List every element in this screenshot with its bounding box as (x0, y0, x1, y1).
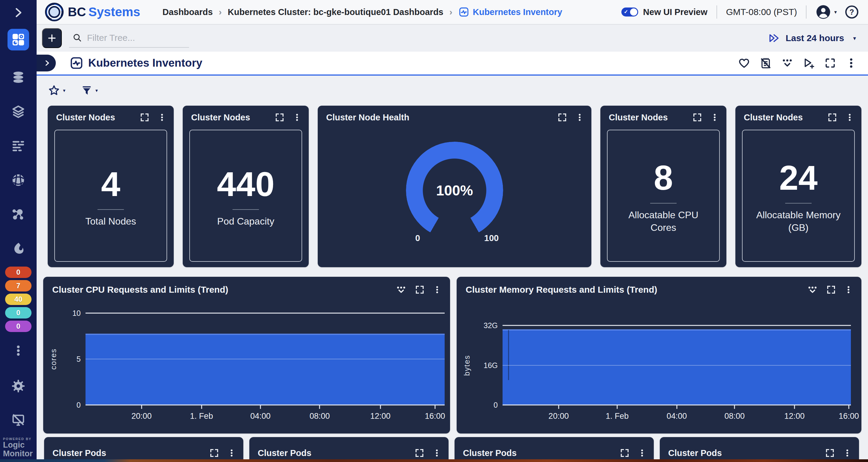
more-menu-icon[interactable] (638, 449, 647, 458)
display-off-icon (11, 413, 25, 427)
alert-badge-error[interactable]: 7 (5, 280, 31, 291)
alert-badge-info[interactable]: 0 (5, 307, 31, 318)
dashboard-pulse-icon (459, 7, 469, 18)
search-input[interactable] (87, 33, 177, 43)
widget-cluster-pods: Cluster Pods (249, 437, 448, 462)
caret-down-icon: ▾ (853, 35, 856, 42)
xtick-mark (319, 405, 320, 409)
alert-badge-anomaly[interactable]: 0 (5, 321, 31, 332)
insights-flame-icon (11, 242, 25, 256)
ytick-label: 10 (72, 309, 81, 318)
help-icon[interactable]: ? (845, 5, 859, 19)
funnel-filter[interactable]: ▾ (81, 85, 98, 96)
fullscreen-icon[interactable] (825, 448, 835, 458)
more-menu-icon[interactable] (432, 449, 441, 458)
more-menu-icon[interactable] (845, 113, 854, 122)
fullscreen-icon[interactable] (557, 112, 567, 122)
more-kebab-icon (12, 345, 24, 357)
xtick-mark (848, 405, 849, 409)
sidebar-item-layers[interactable] (11, 105, 26, 119)
ytick-label: 16G (484, 361, 498, 370)
gridline (86, 313, 445, 314)
alert-badge-critical[interactable]: 0 (5, 266, 31, 278)
xtick-mark (380, 405, 381, 409)
more-menu-icon[interactable] (575, 113, 584, 122)
fullscreen-icon[interactable] (209, 448, 219, 458)
widget-options-icon[interactable] (781, 57, 794, 69)
xtick-label: 1. Feb (606, 411, 629, 421)
breadcrumb-cluster[interactable]: Kubernetes Cluster: bc-gke-boutique01 Da… (228, 7, 443, 17)
new-ui-label: New UI Preview (643, 7, 707, 17)
stat-panel: 440 Pod Capacity (189, 130, 302, 262)
sidebar-item-dashboards[interactable] (7, 29, 29, 51)
websites-globe-icon (11, 173, 25, 187)
fullscreen-icon[interactable] (827, 112, 837, 122)
gridline (502, 365, 851, 366)
star-filter-icon (48, 84, 60, 96)
caret-down-icon[interactable]: ▾ (834, 9, 837, 15)
time-range-control[interactable]: Last 24 hours ▾ (768, 32, 868, 44)
fullscreen-icon[interactable] (275, 112, 285, 122)
new-ui-toggle[interactable]: ✓ (621, 7, 638, 17)
search-icon (72, 33, 82, 42)
sidebar-item-topology[interactable] (11, 207, 26, 222)
schedule-play-plus-icon[interactable] (803, 57, 815, 69)
dashboard-actions (738, 57, 868, 69)
stat-panel: 4 Total Nodes (54, 130, 167, 262)
sidebar-item-display-off[interactable] (11, 412, 26, 427)
widget-title: Cluster Pods (463, 448, 517, 458)
sidebar-item-settings[interactable] (11, 379, 26, 393)
chevron-right-icon (12, 7, 24, 18)
xtick-mark (676, 405, 677, 409)
more-menu-icon[interactable] (292, 113, 302, 122)
widgets-row-2: Cluster CPU Requests and Limits (Trend) … (43, 277, 861, 433)
xtick-label: 04:00 (250, 411, 271, 421)
filter-tree-search[interactable] (69, 29, 189, 48)
gauge-value: 100% (436, 182, 473, 199)
fullscreen-icon[interactable] (140, 112, 150, 122)
xtick-mark (794, 405, 795, 409)
sidebar-item-insights[interactable] (11, 241, 26, 256)
brand-accent: Systems (89, 5, 141, 19)
gauge-max-label: 100 (484, 233, 499, 243)
xtick-mark (617, 405, 617, 409)
sidebar-expand-button[interactable] (12, 7, 24, 19)
fullscreen-icon[interactable] (824, 57, 836, 69)
divider (650, 203, 677, 204)
more-menu-icon[interactable] (843, 449, 852, 458)
series-start-marker (508, 330, 509, 380)
more-menu-icon[interactable] (227, 449, 236, 458)
favorites-filter[interactable]: ▾ (48, 84, 65, 96)
stat-value: 4 (101, 167, 120, 201)
more-menu-icon[interactable] (845, 57, 857, 69)
widgets-row-1: Cluster Nodes 4 Total Nodes Clus (48, 106, 861, 267)
ytick-label: 5 (76, 355, 81, 364)
fullscreen-icon[interactable] (620, 448, 630, 458)
sidebar-item-websites[interactable] (11, 173, 26, 187)
funnel-filter-icon (81, 85, 92, 96)
sidebar-more-button[interactable] (11, 343, 26, 358)
sidebar-item-resources[interactable] (11, 70, 26, 85)
widget-cluster-node-health: Cluster Node Health 100% 0 100 (318, 106, 591, 267)
widget-title: Cluster Pods (258, 448, 311, 458)
fullscreen-icon[interactable] (692, 112, 702, 122)
alert-badge-warning[interactable]: 40 (5, 294, 31, 305)
xtick-label: 16:00 (425, 411, 445, 421)
report-disabled-icon[interactable] (760, 57, 772, 69)
breadcrumb-current[interactable]: Kubernetes Inventory (459, 7, 562, 18)
more-menu-icon[interactable] (710, 113, 719, 122)
sidebar-item-logs[interactable] (11, 139, 26, 153)
divider (232, 209, 259, 210)
more-menu-icon[interactable] (157, 113, 166, 122)
breadcrumb-dashboards[interactable]: Dashboards (162, 7, 213, 17)
user-avatar-icon[interactable] (815, 4, 831, 20)
gauge-container: 100% 0 100 (318, 122, 591, 267)
widgets-row-3: Cluster Pods Cluster Pods (44, 437, 859, 462)
add-button[interactable] (42, 28, 62, 48)
time-range-label: Last 24 hours (785, 33, 844, 43)
favorite-heart-icon[interactable] (738, 57, 750, 69)
fullscreen-icon[interactable] (414, 448, 425, 458)
widget-title: Cluster Pods (668, 448, 722, 458)
xtick-mark (734, 405, 735, 409)
aperture-logo-icon (45, 3, 64, 21)
